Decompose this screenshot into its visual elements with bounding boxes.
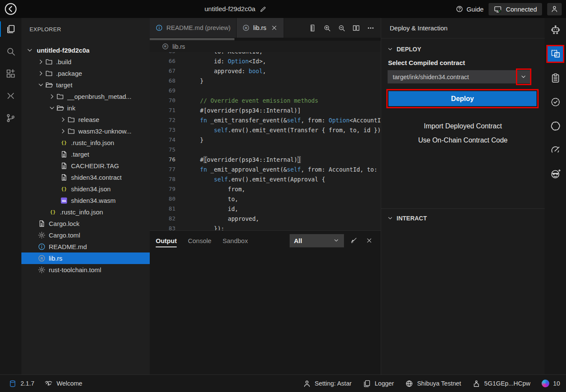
svg-text:R: R bbox=[245, 26, 247, 30]
tree-item-shiden34-contract[interactable]: shiden34.contract bbox=[21, 172, 150, 183]
tree-item-target[interactable]: target bbox=[21, 79, 150, 91]
close-panel-button[interactable] bbox=[363, 235, 375, 246]
code-line-66: 66 id: Option<Id>, bbox=[150, 56, 381, 66]
output-body bbox=[150, 250, 381, 374]
output-header: OutputConsoleSandbox All bbox=[150, 231, 381, 250]
line-number: 67 bbox=[150, 68, 175, 74]
status-5g1gep-hcpw[interactable]: 5G1GEp...HCpw bbox=[472, 380, 530, 388]
account-button[interactable] bbox=[547, 3, 562, 15]
tree-item-ink[interactable]: ink bbox=[21, 102, 150, 114]
status-shibuya-testnet[interactable]: Shibuya Testnet bbox=[405, 380, 461, 388]
left-activity-collapse[interactable] bbox=[0, 85, 21, 107]
zoom-in-icon[interactable] bbox=[320, 21, 334, 35]
line-number: 71 bbox=[150, 107, 175, 113]
tree-item-release[interactable]: release bbox=[21, 114, 150, 125]
search-icon bbox=[6, 46, 16, 56]
tree-item-rust-toolchain-toml[interactable]: rust-toolchain.toml bbox=[21, 264, 150, 276]
output-tab-sandbox[interactable]: Sandbox bbox=[222, 231, 248, 250]
compiled-contract-select[interactable]: target/ink/shiden34.contract bbox=[388, 70, 530, 83]
tab-readme-md-preview[interactable]: README.md (preview) bbox=[150, 18, 237, 38]
more-actions-icon[interactable] bbox=[364, 21, 377, 35]
tree-item-rustc-info-json[interactable]: {}.rustc_info.json bbox=[21, 206, 150, 218]
left-activity-source-control[interactable] bbox=[0, 107, 21, 129]
select-chevron[interactable] bbox=[516, 70, 530, 83]
import-deployed-contract-link[interactable]: Import Deployed Contract bbox=[381, 122, 545, 130]
chevron-right-icon bbox=[48, 92, 56, 101]
output-filter-value: All bbox=[294, 237, 302, 244]
guide-button[interactable]: Guide bbox=[456, 5, 483, 13]
project-title: untitled-f29d2c0a bbox=[204, 5, 255, 13]
folder-open-icon bbox=[56, 104, 64, 112]
right-activity-gauge[interactable] bbox=[545, 138, 566, 162]
use-onchain-contract-link[interactable]: Use On-Chain Contract Code bbox=[381, 137, 545, 144]
chevron-down-icon bbox=[26, 46, 34, 54]
code-editor[interactable]: 65 to: AccountId,66 id: Option<Id>,67 ap… bbox=[150, 52, 381, 230]
output-tab-console[interactable]: Console bbox=[188, 231, 211, 250]
right-activity-badge-check[interactable] bbox=[545, 90, 566, 114]
clear-output-button[interactable] bbox=[348, 235, 359, 246]
zoom-out-icon[interactable] bbox=[335, 21, 348, 35]
json-icon: {} bbox=[60, 139, 68, 147]
outline-icon[interactable] bbox=[306, 21, 319, 35]
tree-item-openbrush-metad[interactable]: __openbrush_metad... bbox=[21, 91, 150, 102]
svg-text:R: R bbox=[41, 256, 43, 261]
select-contract-label: Select Compiled contract bbox=[381, 53, 545, 70]
tree-item-untitled-f29d2c0a[interactable]: untitled-f29d2c0a bbox=[21, 45, 150, 56]
right-activity-swanky[interactable] bbox=[545, 162, 566, 186]
back-icon[interactable] bbox=[4, 2, 18, 16]
status-setting-astar[interactable]: Setting: Astar bbox=[303, 380, 352, 388]
status-2-1-7[interactable]: 2.1.7 bbox=[9, 380, 34, 388]
right-activity-deploy-box[interactable] bbox=[545, 42, 566, 66]
left-activity-bar bbox=[0, 18, 21, 374]
tree-item-build[interactable]: .build bbox=[21, 56, 150, 68]
tree-item-cargo-toml[interactable]: Cargo.toml bbox=[21, 229, 150, 241]
chevron-down-icon bbox=[333, 237, 340, 244]
tree-item-shiden34-json[interactable]: {}shiden34.json bbox=[21, 183, 150, 195]
right-activity-robot[interactable] bbox=[545, 18, 566, 42]
line-number: 83 bbox=[150, 225, 175, 230]
right-activity-openai[interactable] bbox=[545, 114, 566, 138]
output-tab-output[interactable]: Output bbox=[156, 231, 177, 250]
left-activity-extensions[interactable] bbox=[0, 62, 21, 85]
close-icon[interactable] bbox=[270, 24, 278, 32]
files-icon bbox=[6, 24, 16, 34]
tab-lib-rs[interactable]: Rlib.rs bbox=[237, 18, 284, 38]
status-welcome[interactable]: Welcome bbox=[44, 380, 82, 388]
breadcrumb[interactable]: R lib.rs bbox=[150, 41, 381, 52]
gauge-icon bbox=[550, 145, 561, 155]
connected-badge[interactable]: Connected bbox=[489, 3, 542, 15]
deploy-section-header[interactable]: DEPLOY bbox=[381, 39, 545, 53]
chevron-down-icon bbox=[387, 215, 394, 222]
horizontal-scrollbar[interactable] bbox=[150, 38, 381, 41]
clear-icon bbox=[350, 237, 358, 244]
right-activity-bar bbox=[545, 18, 566, 374]
left-activity-files[interactable] bbox=[0, 18, 21, 40]
split-editor-icon[interactable] bbox=[350, 21, 363, 35]
status-10[interactable]: 10 bbox=[542, 380, 560, 388]
breadcrumb-label: lib.rs bbox=[172, 43, 185, 50]
guide-label: Guide bbox=[466, 6, 483, 13]
tree-item-package[interactable]: .package bbox=[21, 68, 150, 79]
scrollbar-thumb[interactable] bbox=[150, 38, 234, 40]
tree-item-rustc-info-json[interactable]: {}.rustc_info.json bbox=[21, 137, 150, 148]
deploy-button[interactable]: Deploy bbox=[388, 91, 536, 106]
interact-section-header[interactable]: INTERACT bbox=[381, 209, 545, 222]
left-activity-search[interactable] bbox=[0, 40, 21, 62]
line-number: 82 bbox=[150, 215, 175, 222]
tree-item-wasm32-unknow[interactable]: wasm32-unknow... bbox=[21, 125, 150, 137]
line-number: 73 bbox=[150, 127, 175, 133]
tree-item-lib-rs[interactable]: Rlib.rs bbox=[21, 252, 150, 264]
output-filter-select[interactable]: All bbox=[290, 234, 344, 247]
tree-item-readme-md[interactable]: README.md bbox=[21, 241, 150, 252]
status-logger[interactable]: Logger bbox=[363, 380, 394, 388]
tree-item-shiden34-wasm[interactable]: WAshiden34.wasm bbox=[21, 195, 150, 206]
tree-item-cargo-lock[interactable]: Cargo.lock bbox=[21, 218, 150, 229]
tree-item-target[interactable]: .target bbox=[21, 148, 150, 160]
rename-pencil-icon[interactable] bbox=[259, 6, 267, 13]
rust-icon: R bbox=[38, 254, 46, 262]
line-number: 80 bbox=[150, 196, 175, 202]
line-number: 77 bbox=[150, 166, 175, 172]
tree-item-cachedir-tag[interactable]: CACHEDIR.TAG bbox=[21, 160, 150, 172]
clipboard-icon bbox=[550, 73, 561, 83]
right-activity-clipboard[interactable] bbox=[545, 66, 566, 90]
